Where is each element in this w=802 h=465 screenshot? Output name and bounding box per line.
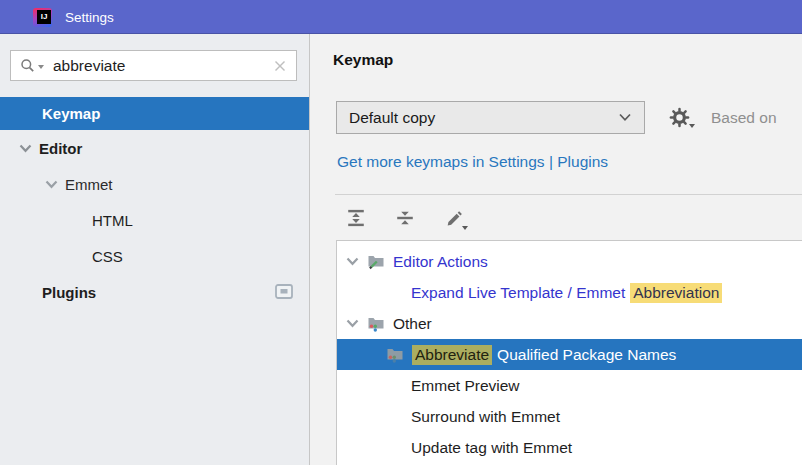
keymap-actions-tree: Editor Actions Expand Live Template / Em…: [336, 240, 802, 465]
action-label: Emmet Preview: [411, 377, 520, 395]
tree-item-update-tag-with-emmet[interactable]: Update tag with Emmet: [337, 432, 802, 463]
settings-search-input[interactable]: abbreviate: [10, 50, 297, 81]
tree-item-surround-with-emmet[interactable]: Surround with Emmet: [337, 401, 802, 432]
chevron-down-icon[interactable]: [346, 319, 359, 328]
sidebar-item-label: Editor: [39, 140, 82, 157]
tree-group-editor-actions[interactable]: Editor Actions: [337, 246, 802, 277]
sidebar-item-label: Plugins: [42, 284, 96, 301]
window-title: Settings: [65, 10, 114, 25]
gear-dropdown-chevron-icon: [689, 124, 695, 128]
settings-sidebar: abbreviate Keymap Editor: [0, 34, 310, 465]
sidebar-item-label: CSS: [92, 248, 123, 265]
sidebar-item-label: HTML: [92, 212, 133, 229]
search-icon[interactable]: [20, 58, 36, 74]
selected-scheme-value: Default copy: [349, 109, 618, 127]
search-options-chevron-icon[interactable]: [38, 65, 44, 69]
edit-shortcut-icon[interactable]: [440, 204, 468, 232]
folder-other-icon: [367, 315, 385, 332]
page-title: Keymap: [333, 51, 393, 69]
titlebar: IJ Settings: [0, 0, 802, 34]
expand-all-icon[interactable]: [342, 204, 370, 232]
search-match-highlight: Abbreviate: [412, 345, 492, 365]
sidebar-item-label: Keymap: [42, 105, 100, 122]
sidebar-item-html[interactable]: HTML: [0, 202, 309, 238]
tree-toolbar: [342, 204, 468, 232]
keymap-scheme-row: Default copy Based on: [336, 101, 777, 134]
sidebar-item-editor[interactable]: Editor: [0, 130, 309, 166]
edit-dropdown-chevron-icon: [462, 226, 468, 230]
plugins-screen-icon: [275, 284, 293, 302]
intellij-logo-icon: IJ: [33, 8, 52, 27]
collapse-all-icon[interactable]: [391, 204, 419, 232]
scheme-gear-icon[interactable]: [669, 107, 690, 128]
based-on-label: Based on: [711, 109, 777, 127]
sidebar-item-plugins[interactable]: Plugins: [0, 274, 309, 310]
header-divider: [335, 194, 802, 195]
intellij-logo-letters: IJ: [37, 10, 51, 24]
sidebar-item-label: Emmet: [65, 176, 113, 193]
group-label: Editor Actions: [393, 253, 488, 271]
tree-item-expand-live-template[interactable]: Expand Live Template / Emmet Abbreviatio…: [337, 277, 802, 308]
keymap-scheme-dropdown[interactable]: Default copy: [336, 101, 645, 134]
chevron-down-icon[interactable]: [19, 144, 32, 153]
chevron-down-icon[interactable]: [346, 257, 359, 266]
settings-category-tree: Keymap Editor Emmet HTML CSS Plu: [0, 97, 309, 310]
keymap-settings-panel: Keymap Default copy: [310, 34, 802, 465]
settings-dialog-body: abbreviate Keymap Editor: [0, 34, 802, 465]
get-more-keymaps-link[interactable]: Get more keymaps in Settings | Plugins: [337, 153, 608, 171]
folder-edit-icon: [367, 253, 385, 270]
action-label: Update tag with Emmet: [411, 439, 572, 457]
search-match-highlight: Abbreviation: [630, 283, 722, 303]
sidebar-item-keymap[interactable]: Keymap: [0, 97, 309, 130]
search-query-text[interactable]: abbreviate: [53, 57, 273, 75]
action-label: Qualified Package Names: [497, 346, 676, 364]
action-label: Expand Live Template / Emmet: [411, 284, 625, 302]
action-label: Surround with Emmet: [411, 408, 560, 426]
chevron-down-icon[interactable]: [45, 180, 58, 189]
tree-item-emmet-preview[interactable]: Emmet Preview: [337, 370, 802, 401]
clear-search-icon[interactable]: [273, 59, 287, 73]
dropdown-chevron-icon[interactable]: [618, 113, 632, 122]
tree-item-abbreviate-qualified-package-names[interactable]: Abbreviate Qualified Package Names: [337, 339, 802, 370]
sidebar-item-emmet[interactable]: Emmet: [0, 166, 309, 202]
group-label: Other: [393, 315, 432, 333]
sidebar-item-css[interactable]: CSS: [0, 238, 309, 274]
tree-group-other[interactable]: Other: [337, 308, 802, 339]
folder-other-icon: [386, 346, 404, 363]
